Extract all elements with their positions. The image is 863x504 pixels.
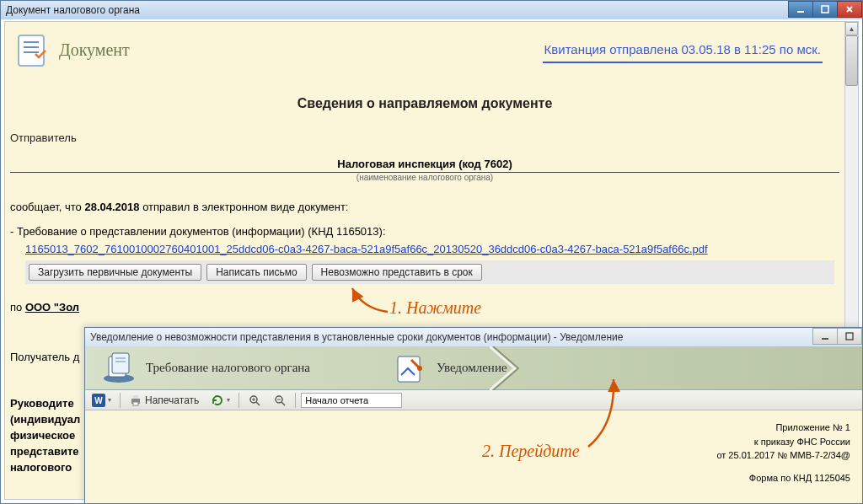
maximize-button[interactable] bbox=[812, 1, 838, 18]
svg-rect-6 bbox=[822, 338, 828, 340]
main-titlebar[interactable]: Документ налогового органа bbox=[1, 1, 862, 19]
document-icon bbox=[10, 29, 52, 71]
minimize-button[interactable] bbox=[788, 1, 813, 18]
doc-meta: Приложение № 1 к приказу ФНС России от 2… bbox=[97, 421, 850, 485]
wizard-chevron-icon bbox=[490, 346, 523, 390]
doc-header-left: Документ bbox=[10, 29, 130, 71]
svg-rect-1 bbox=[822, 6, 828, 13]
action-button-row: Загрузить первичные документы Написать п… bbox=[25, 260, 834, 284]
write-letter-button[interactable]: Написать письмо bbox=[206, 264, 306, 281]
zoom-out-icon bbox=[273, 394, 287, 407]
meta-line-4: Форма по КНД 1125045 bbox=[97, 471, 850, 485]
svg-point-14 bbox=[417, 366, 422, 371]
wizard-strip: Требование налогового органа Уведомление bbox=[85, 346, 862, 390]
requirement-icon bbox=[100, 351, 137, 385]
sender-value: Налоговая инспекция (код 7602) bbox=[10, 156, 839, 173]
main-window-title: Документ налогового органа bbox=[6, 4, 140, 16]
toolbar-separator bbox=[120, 393, 121, 408]
receipt-link[interactable]: Квитанция отправлена 03.05.18 в 11:25 по… bbox=[544, 42, 821, 56]
svg-line-21 bbox=[256, 402, 260, 405]
sender-caption: (наименование налогового органа) bbox=[10, 173, 839, 182]
load-primary-docs-button[interactable]: Загрузить первичные документы bbox=[29, 264, 201, 281]
recipient-value: ООО "Зол bbox=[25, 301, 79, 314]
print-button[interactable]: Напечатать bbox=[126, 393, 202, 408]
refresh-button[interactable]: ▾ bbox=[207, 393, 233, 408]
close-button[interactable] bbox=[837, 1, 862, 18]
window-controls bbox=[789, 1, 862, 18]
dropdown-arrow-icon: ▾ bbox=[227, 396, 230, 404]
doc-title: Документ bbox=[59, 40, 130, 60]
recipient-prefix: по bbox=[10, 301, 25, 314]
document-pdf-link[interactable]: 1165013_7602_7610010002760401001_25ddcd0… bbox=[25, 243, 708, 255]
svg-rect-19 bbox=[133, 402, 138, 405]
dropdown-arrow-icon: ▾ bbox=[108, 396, 111, 404]
refresh-icon bbox=[211, 394, 224, 407]
sub-toolbar: W ▾ Напечатать ▾ bbox=[85, 390, 862, 410]
toolbar-separator bbox=[295, 393, 296, 408]
svg-rect-18 bbox=[133, 395, 138, 399]
svg-rect-10 bbox=[112, 353, 129, 373]
svg-rect-0 bbox=[797, 11, 804, 13]
doc-item-label: - Требование о представлении документов … bbox=[10, 225, 839, 238]
zoom-out-button[interactable] bbox=[270, 393, 290, 408]
informs-date: 28.04.2018 bbox=[84, 201, 139, 213]
search-report-input[interactable] bbox=[301, 393, 402, 408]
word-export-button[interactable]: W ▾ bbox=[88, 393, 115, 408]
notification-icon bbox=[391, 351, 428, 385]
informs-prefix: сообщает, что bbox=[10, 201, 84, 213]
svg-rect-2 bbox=[19, 35, 44, 66]
scroll-up-arrow[interactable]: ▲ bbox=[845, 22, 858, 35]
meta-line-2: к приказу ФНС России bbox=[97, 435, 850, 449]
informs-suffix: отправил в электронном виде документ: bbox=[140, 201, 349, 213]
receipt-container: Квитанция отправлена 03.05.18 в 11:25 по… bbox=[543, 37, 823, 63]
zoom-in-button[interactable] bbox=[244, 393, 265, 408]
wizard-step1-label: Требование налогового органа bbox=[146, 361, 310, 375]
meta-line-3: от 25.01.2017 № ММВ-7-2/34@ bbox=[97, 448, 850, 463]
section-title: Сведения о направляемом документе bbox=[10, 96, 839, 111]
sender-label: Отправитель bbox=[10, 131, 839, 144]
print-label: Напечатать bbox=[145, 394, 199, 406]
sub-maximize-button[interactable] bbox=[837, 328, 862, 345]
sub-window-title: Уведомление о невозможности представлени… bbox=[90, 331, 623, 343]
svg-rect-7 bbox=[846, 333, 853, 340]
svg-line-25 bbox=[281, 402, 285, 405]
meta-line-1: Приложение № 1 bbox=[97, 421, 850, 435]
recipient-line: по ООО "Зол bbox=[10, 301, 839, 314]
sub-titlebar[interactable]: Уведомление о невозможности представлени… bbox=[85, 328, 862, 346]
sub-document-body: Приложение № 1 к приказу ФНС России от 2… bbox=[85, 410, 862, 503]
zoom-in-icon bbox=[248, 394, 261, 407]
sub-window-controls bbox=[813, 328, 862, 345]
impossible-submit-button[interactable]: Невозможно представить в срок bbox=[312, 264, 482, 281]
sub-minimize-button[interactable] bbox=[812, 328, 838, 345]
wizard-step-1[interactable]: Требование налогового органа bbox=[85, 346, 325, 389]
toolbar-separator bbox=[239, 393, 239, 408]
scroll-thumb[interactable] bbox=[845, 35, 858, 86]
doc-header: Документ Квитанция отправлена 03.05.18 в… bbox=[10, 29, 839, 71]
svg-text:W: W bbox=[94, 396, 103, 405]
word-icon: W bbox=[92, 394, 105, 407]
sub-window: Уведомление о невозможности представлени… bbox=[84, 327, 863, 504]
informs-line: сообщает, что 28.04.2018 отправил в элек… bbox=[10, 201, 839, 213]
printer-icon bbox=[129, 394, 142, 407]
sub-content: Приложение № 1 к приказу ФНС России от 2… bbox=[85, 410, 862, 503]
